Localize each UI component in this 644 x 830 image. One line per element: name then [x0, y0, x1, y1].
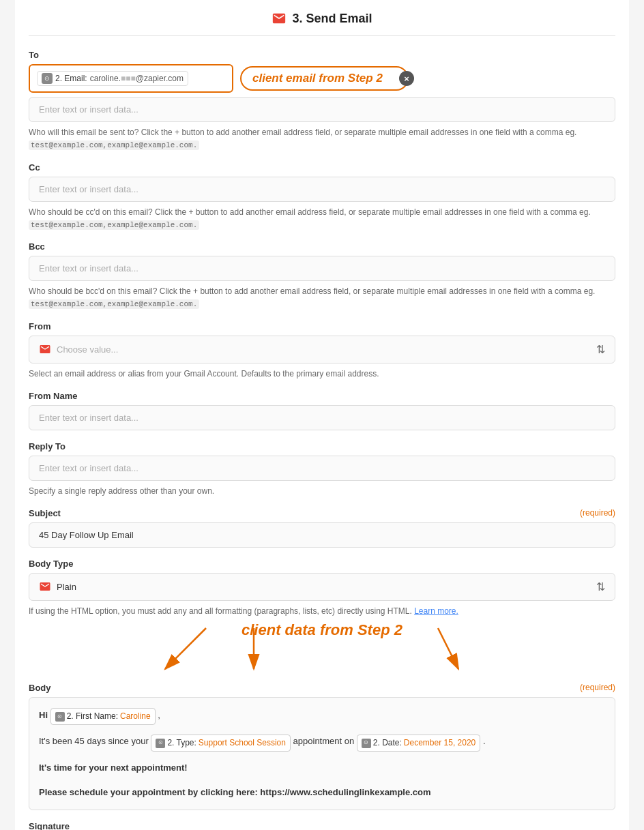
- from-select[interactable]: Choose value... ⇅: [29, 336, 615, 364]
- bcc-field-section: Bcc Who should be bcc'd on this email? C…: [29, 241, 615, 310]
- cc-helper-text: Who should be cc'd on this email? Click …: [29, 206, 615, 231]
- body-field-section: Body (required) Hi ⊙ 2. First Name: Caro…: [29, 683, 615, 811]
- to-helper-text: Who will this email be sent to? Click th…: [29, 126, 615, 151]
- from-name-input[interactable]: [29, 405, 615, 430]
- from-placeholder: Choose value...: [57, 344, 118, 355]
- body-line-2: It's been 45 days since your ⊙ 2. Type: …: [39, 733, 605, 752]
- to-label: To: [29, 50, 615, 60]
- date-token-label: 2. Date:: [373, 736, 402, 751]
- token-email-value: caroline.■■■@zapier.com: [90, 74, 184, 83]
- reply-to-helper: Specify a single reply address other tha…: [29, 485, 615, 497]
- to-annotation-bubble: client email from Step 2 ×: [240, 66, 409, 91]
- body-type-label: Body Type: [29, 559, 615, 569]
- to-field-section: To ⊙ 2. Email: caroline.■■■@zapier.com c…: [29, 50, 615, 151]
- subject-label: Subject: [29, 508, 61, 518]
- bcc-input[interactable]: [29, 256, 615, 281]
- date-token: ⊙ 2. Date: December 15, 2020: [357, 735, 480, 752]
- from-name-label: From Name: [29, 391, 615, 401]
- token-icon: ⊙: [42, 73, 53, 84]
- body-line-4-text: Please schedule your appointment by clic…: [39, 787, 431, 797]
- body-line-3-text: It's time for your next appointment!: [39, 762, 188, 773]
- bcc-helper-text: Who should be bcc'd on this email? Click…: [29, 285, 615, 310]
- body-annotation-section: client data from Step 2: [29, 621, 615, 690]
- reply-to-label: Reply To: [29, 441, 615, 451]
- body-line-2-middle: appointment on: [293, 736, 357, 746]
- gmail-body-type-icon: [39, 580, 51, 593]
- reply-to-field-section: Reply To Specify a single reply address …: [29, 441, 615, 497]
- body-type-field-section: Body Type Plain ⇅ If using the HTML opti…: [29, 559, 615, 617]
- body-line-1: Hi ⊙ 2. First Name: Caroline ,: [39, 707, 605, 726]
- type-token: ⊙ 2. Type: Support School Session: [151, 735, 291, 752]
- body-type-helper: If using the HTML option, you must add a…: [29, 605, 615, 617]
- bcc-label: Bcc: [29, 241, 615, 252]
- page-header: 3. Send Email: [29, 0, 615, 36]
- to-input-container[interactable]: ⊙ 2. Email: caroline.■■■@zapier.com: [29, 64, 233, 93]
- cc-input[interactable]: [29, 177, 615, 202]
- gmail-icon: [272, 11, 287, 26]
- learn-more-link[interactable]: Learn more.: [414, 606, 458, 616]
- body-type-chevron-icon: ⇅: [596, 580, 605, 593]
- from-name-field-section: From Name: [29, 391, 615, 430]
- from-field-section: From Choose value... ⇅ Select an email a…: [29, 321, 615, 380]
- from-label: From: [29, 321, 615, 331]
- first-name-token-label: 2. First Name:: [67, 709, 118, 724]
- reply-to-input[interactable]: [29, 456, 615, 481]
- to-token-chip: ⊙ 2. Email: caroline.■■■@zapier.com: [37, 71, 188, 86]
- from-helper-text: Select an email address or alias from yo…: [29, 368, 615, 380]
- body-line-3: It's time for your next appointment!: [39, 760, 605, 775]
- body-line-4: Please schedule your appointment by clic…: [39, 784, 605, 800]
- type-token-value: Support School Session: [199, 736, 286, 751]
- body-line-2-prefix: It's been 45 days since your: [39, 736, 149, 746]
- body-line-1-suffix: ,: [158, 710, 160, 720]
- cc-field-section: Cc Who should be cc'd on this email? Cli…: [29, 162, 615, 231]
- page-title: 3. Send Email: [292, 12, 372, 26]
- first-name-token-icon: ⊙: [55, 712, 65, 722]
- body-content-area[interactable]: Hi ⊙ 2. First Name: Caroline , It's been…: [29, 697, 615, 811]
- type-token-icon: ⊙: [156, 739, 165, 748]
- date-token-value: December 15, 2020: [404, 736, 475, 751]
- body-annotation-text: client data from Step 2: [241, 621, 402, 639]
- type-token-label: 2. Type:: [167, 736, 196, 751]
- gmail-from-icon: [39, 343, 51, 355]
- signature-field-section: Signature: [29, 821, 615, 830]
- to-additional-input[interactable]: Enter text or insert data...: [29, 97, 615, 122]
- date-token-icon: ⊙: [362, 739, 371, 748]
- token-email-label: 2. Email:: [55, 74, 87, 83]
- first-name-token: ⊙ 2. First Name: Caroline: [50, 708, 156, 726]
- subject-required: (required): [580, 508, 615, 518]
- to-annotation-close[interactable]: ×: [399, 71, 414, 86]
- signature-label: Signature: [29, 821, 615, 830]
- to-annotation-text: client email from Step 2: [252, 72, 383, 85]
- cc-label: Cc: [29, 162, 615, 173]
- body-line-2-suffix: .: [483, 736, 486, 746]
- body-type-select[interactable]: Plain ⇅: [29, 573, 615, 601]
- from-chevron-icon: ⇅: [596, 343, 605, 356]
- body-type-value: Plain: [57, 582, 76, 592]
- first-name-token-value: Caroline: [120, 709, 151, 724]
- subject-value[interactable]: 45 Day Follow Up Email: [29, 522, 615, 548]
- subject-field-section: Subject (required) 45 Day Follow Up Emai…: [29, 508, 615, 548]
